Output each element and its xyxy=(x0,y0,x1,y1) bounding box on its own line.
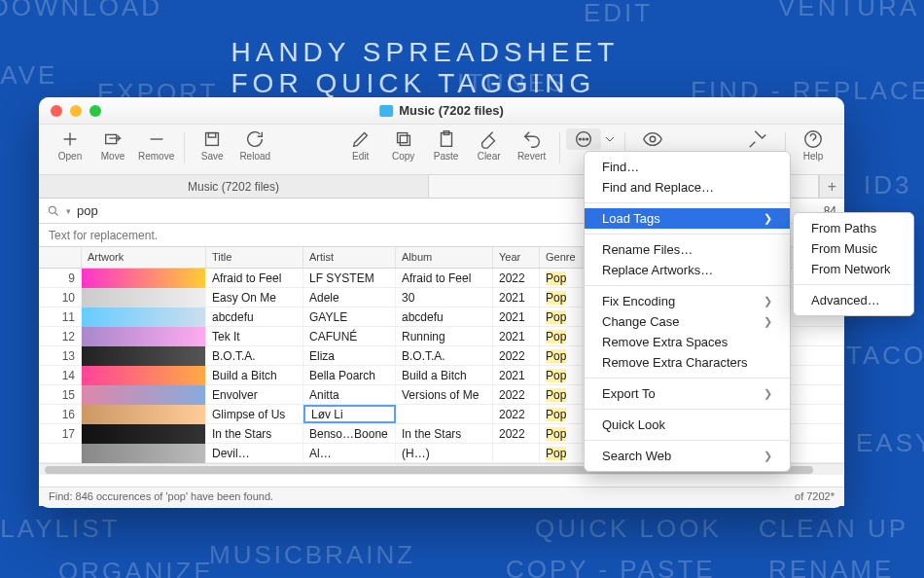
cell-year[interactable] xyxy=(493,444,540,462)
copy-button[interactable]: Copy xyxy=(382,128,425,162)
cell-year[interactable]: 2022 xyxy=(493,405,540,423)
artwork-thumb[interactable] xyxy=(82,405,206,424)
cell-year[interactable]: 2021 xyxy=(493,366,540,384)
menu-item[interactable]: Search Web❯ xyxy=(585,446,790,466)
artwork-thumb[interactable] xyxy=(82,385,206,405)
cell-year[interactable]: 2021 xyxy=(493,288,540,307)
zoom-icon[interactable] xyxy=(89,105,101,117)
cell-year[interactable]: 2021 xyxy=(493,307,540,326)
col-year[interactable]: Year xyxy=(493,247,540,268)
menu-item[interactable]: Rename Files… xyxy=(585,239,790,260)
cell-title[interactable]: Build a Bitch xyxy=(206,366,303,384)
cell-title[interactable]: abcdefu xyxy=(206,307,303,326)
more-button[interactable] xyxy=(566,128,601,150)
menu-item[interactable]: Remove Extra Characters xyxy=(585,352,790,373)
paste-button[interactable]: Paste xyxy=(425,128,468,162)
col-title[interactable]: Title xyxy=(206,247,303,268)
cell-genre[interactable]: Pop xyxy=(540,385,583,404)
artwork-thumb[interactable] xyxy=(82,288,206,307)
cell-year[interactable]: 2021 xyxy=(493,327,540,345)
cell-album[interactable]: abcdefu xyxy=(396,307,493,326)
cell-album[interactable]: B.O.T.A. xyxy=(396,346,493,365)
cell-year[interactable]: 2022 xyxy=(493,424,540,443)
cell-genre[interactable]: Pop xyxy=(540,366,583,384)
artwork-thumb[interactable] xyxy=(82,444,206,463)
cell-artist[interactable]: Adele xyxy=(303,288,396,307)
menu-item[interactable]: Advanced… xyxy=(794,290,913,310)
menu-item[interactable]: Export To❯ xyxy=(585,383,790,404)
cell-title[interactable]: In the Stars xyxy=(206,424,303,443)
clear-button[interactable]: Clear xyxy=(468,128,511,162)
cell-album[interactable]: Versions of Me xyxy=(396,385,493,404)
cell-genre[interactable]: Pop xyxy=(540,405,583,423)
cell-title[interactable]: Afraid to Feel xyxy=(206,269,303,287)
cell-artist[interactable]: LF SYSTEM xyxy=(303,269,396,287)
cell-genre[interactable]: Pop xyxy=(540,269,583,287)
move-button[interactable]: Move xyxy=(91,128,134,162)
save-button[interactable]: Save xyxy=(191,128,233,162)
remove-button[interactable]: Remove xyxy=(134,128,178,162)
cell-title[interactable]: B.O.T.A. xyxy=(206,346,303,365)
cell-album[interactable]: Running xyxy=(396,327,493,345)
cell-artist[interactable]: Anitta xyxy=(303,385,396,404)
cell-artist[interactable]: Eliza xyxy=(303,346,396,365)
cell-artist[interactable]: Al… xyxy=(303,444,396,462)
cell-artist[interactable]: CAFUNÉ xyxy=(303,327,396,345)
cell-title[interactable]: Devil… xyxy=(206,444,303,462)
cell-genre[interactable]: Pop xyxy=(540,346,583,365)
artwork-thumb[interactable] xyxy=(82,327,206,346)
cell-title[interactable]: Easy On Me xyxy=(206,288,303,307)
cell-album[interactable]: Build a Bitch xyxy=(396,366,493,384)
preview-button[interactable] xyxy=(631,128,674,150)
close-icon[interactable] xyxy=(51,105,62,117)
help-button[interactable]: Help xyxy=(792,128,835,162)
cell-year[interactable]: 2022 xyxy=(493,269,540,287)
col-artist[interactable]: Artist xyxy=(303,247,396,268)
col-artwork[interactable]: Artwork xyxy=(82,247,206,268)
artwork-thumb[interactable] xyxy=(82,269,206,288)
menu-item[interactable]: Change Case❯ xyxy=(585,311,790,332)
cell-genre[interactable]: Pop xyxy=(540,307,583,326)
menu-item[interactable]: Quick Look xyxy=(585,415,790,435)
menu-item[interactable]: Remove Extra Spaces xyxy=(585,332,790,352)
cell-artist[interactable]: GAYLE xyxy=(303,307,396,326)
cell-title[interactable]: Envolver xyxy=(206,385,303,404)
cell-album[interactable]: Afraid to Feel xyxy=(396,269,493,287)
menu-item[interactable]: Find… xyxy=(585,157,790,177)
cell-year[interactable]: 2022 xyxy=(493,346,540,365)
add-tab-button[interactable]: + xyxy=(819,175,844,198)
artwork-thumb[interactable] xyxy=(82,366,206,385)
edit-button[interactable]: Edit xyxy=(339,128,382,162)
menu-item[interactable]: Replace Artworks… xyxy=(585,260,790,280)
cell-artist[interactable]: Bella Poarch xyxy=(303,366,396,384)
menu-item[interactable]: Load Tags❯ xyxy=(585,208,790,229)
open-button[interactable]: Open xyxy=(49,128,91,162)
tab-music[interactable]: Music (7202 files) xyxy=(39,175,429,198)
cell-album[interactable]: In the Stars xyxy=(396,424,493,443)
menu-item[interactable]: From Network xyxy=(794,259,913,279)
cell-album[interactable]: 30 xyxy=(396,288,493,307)
cell-genre[interactable]: Pop xyxy=(540,444,583,462)
reload-button[interactable]: Reload xyxy=(233,128,276,162)
cell-album[interactable] xyxy=(396,405,493,423)
menu-item[interactable]: From Music xyxy=(794,238,913,259)
menu-item[interactable]: From Paths xyxy=(794,218,913,238)
col-number[interactable] xyxy=(39,247,82,268)
col-genre[interactable]: Genre xyxy=(540,247,583,268)
cell-genre[interactable]: Pop xyxy=(540,424,583,443)
minimize-icon[interactable] xyxy=(70,105,82,117)
cell-genre[interactable]: Pop xyxy=(540,288,583,307)
cell-artist[interactable]: Benso…Boone xyxy=(303,424,396,443)
col-album[interactable]: Album xyxy=(396,247,493,268)
settings-button[interactable] xyxy=(736,128,779,150)
cell-artist[interactable]: Løv Li xyxy=(303,405,396,423)
artwork-thumb[interactable] xyxy=(82,424,206,444)
chevron-down-icon[interactable]: ▾ xyxy=(66,206,71,216)
revert-button[interactable]: Revert xyxy=(511,128,553,162)
cell-album[interactable]: (H…) xyxy=(396,444,493,462)
artwork-thumb[interactable] xyxy=(82,307,206,327)
cell-genre[interactable]: Pop xyxy=(540,327,583,345)
artwork-thumb[interactable] xyxy=(82,346,206,366)
menu-item[interactable]: Find and Replace… xyxy=(585,177,790,198)
menu-item[interactable]: Fix Encoding❯ xyxy=(585,291,790,311)
